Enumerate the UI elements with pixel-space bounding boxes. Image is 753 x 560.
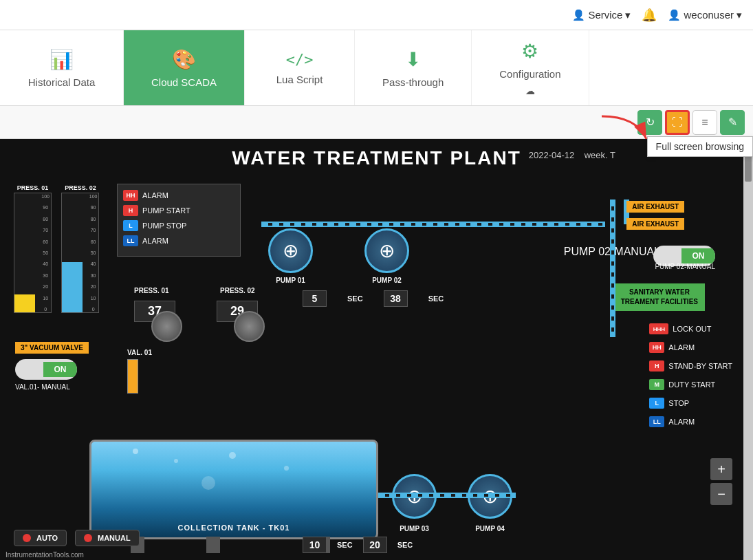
list-button[interactable]: ≡ — [692, 110, 717, 135]
notification-bell[interactable]: 🔔 — [642, 8, 657, 23]
bubble3 — [229, 452, 236, 459]
manual-button[interactable]: MANUAL — [75, 530, 140, 546]
alarm-row-h: H PUMP START — [123, 205, 234, 216]
pump02-label: PUMP 02 — [364, 277, 409, 284]
header-bar: 👤 Service ▾ 🔔 👤 weconuser ▾ — [0, 0, 753, 30]
fullscreen-icon: ⛶ — [672, 116, 683, 129]
tab-pass-through[interactable]: ⬇ Pass-through — [355, 30, 472, 105]
pump03-label: PUMP 03 — [392, 525, 437, 532]
vacuum-valve-label: 3" VACUUM VALVE — [15, 342, 89, 354]
scrollbar[interactable] — [743, 139, 753, 560]
stand-by-label: STAND-BY START — [668, 362, 732, 370]
tab-historical[interactable]: 📊 Historical Data — [0, 30, 124, 105]
instrumentation-footer: InstrumentationTools.com — [6, 551, 84, 559]
tank-stand-2 — [206, 537, 220, 553]
alarm-row-l: L PUMP STOP — [123, 220, 234, 231]
sec3-label: SEC — [337, 541, 353, 549]
val01-manual-label: VAL.01- MANUAL — [15, 383, 70, 391]
cloud-upload-icon: ☁ — [525, 85, 535, 96]
service-user-icon: 👤 — [572, 9, 585, 21]
bubble4 — [284, 466, 289, 471]
historical-icon: 📊 — [50, 48, 74, 71]
user-label: weconuser — [684, 9, 734, 21]
badge-ll: LL — [123, 235, 138, 246]
gauge-instrument-1 — [151, 311, 182, 342]
press01-mid-label: PRESS. 01 — [134, 287, 169, 294]
badge-h: H — [123, 205, 138, 216]
edit-icon: ✎ — [728, 116, 737, 129]
badge-hh: HH — [123, 190, 138, 201]
zoom-in-button[interactable]: + — [710, 458, 732, 480]
bottom-controls: AUTO MANUAL — [14, 530, 140, 546]
alarm-ll-label: ALARM — [142, 237, 168, 245]
s-alarm-label: ALARM — [668, 343, 695, 352]
pass-through-icon: ⬇ — [405, 48, 421, 71]
gauge-instrument-2 — [234, 311, 265, 342]
sec3-value: 10 — [303, 537, 327, 553]
fullscreen-button[interactable]: ⛶ — [665, 110, 690, 135]
pump01-label: PUMP 01 — [268, 277, 313, 284]
cloud-scada-icon: 🎨 — [172, 48, 196, 71]
air-exhaust-1: AIR EXHAUST — [626, 201, 684, 213]
pipe-top-horizontal — [261, 222, 605, 227]
sanitary-alarm2: LL ALARM — [649, 416, 732, 427]
refresh-icon: ↻ — [646, 116, 655, 129]
press01-gauge-label: PRESS. 01 — [14, 184, 52, 191]
zoom-out-button[interactable]: − — [710, 483, 732, 505]
sanitary-alarms: HHH LOCK OUT HH ALARM H STAND-BY START M… — [649, 323, 732, 431]
manual-label: MANUAL — [98, 534, 131, 542]
user-menu[interactable]: 👤 weconuser ▾ — [668, 9, 742, 21]
pump04-label: PUMP 04 — [468, 525, 512, 532]
tab-pass-through-label: Pass-through — [382, 76, 444, 88]
gauge2-ticks: 1009080706050403020100 — [89, 193, 98, 312]
alarm-row-hh: HH ALARM — [123, 190, 234, 201]
badge-hhh: HHH — [649, 323, 668, 334]
lock-out-label: LOCK OUT — [673, 325, 711, 333]
bubble5 — [201, 476, 215, 490]
manual-dot — [84, 534, 92, 542]
service-label: Service — [588, 9, 622, 21]
scada-inner: WATER TREATMENT PLANT 2022-04-12 week. T… — [0, 139, 753, 560]
badge-h-2: H — [649, 360, 664, 371]
configuration-icon: ⚙ — [521, 40, 538, 63]
val01-toggle[interactable]: ON — [15, 359, 77, 380]
bubble2 — [174, 459, 178, 463]
sec-bottom-row: 10 SEC 20 SEC — [303, 537, 413, 553]
scada-panel: WATER TREATMENT PLANT 2022-04-12 week. T… — [0, 139, 753, 560]
alarm-panel: HH ALARM H PUMP START L PUMP STOP LL ALA… — [117, 184, 241, 257]
collection-tank: COLLECTION TANK - TK01 — [89, 440, 378, 539]
val01-on-label: ON — [43, 362, 77, 377]
alarm-hh-label: ALARM — [142, 191, 168, 200]
scada-title: WATER TREATMENT PLANT — [232, 139, 521, 174]
tab-lua-script[interactable]: </> Lua Script — [245, 30, 355, 105]
s-alarm2-label: ALARM — [668, 418, 695, 426]
bubble1 — [133, 449, 138, 454]
auto-dot — [23, 534, 31, 542]
sanitary-standby: H STAND-BY START — [649, 360, 732, 371]
auto-button[interactable]: AUTO — [14, 530, 67, 546]
badge-ll-2: LL — [649, 416, 664, 427]
sanitary-alarm: HH ALARM — [649, 342, 732, 353]
sanitary-lockout: HHH LOCK OUT — [649, 323, 732, 334]
tab-configuration[interactable]: ⚙ Configuration ☁ — [472, 30, 589, 105]
alarm-row-ll: LL ALARM — [123, 235, 234, 246]
alarm-h-label: PUMP START — [142, 206, 190, 215]
tab-historical-label: Historical Data — [28, 76, 96, 88]
service-menu[interactable]: 👤 Service ▾ — [572, 9, 631, 21]
toggle-on-label: ON — [681, 248, 715, 263]
pump02[interactable]: ⊕ — [364, 228, 409, 273]
user-chevron-icon: ▾ — [736, 9, 742, 21]
list-icon: ≡ — [701, 116, 708, 129]
service-chevron-icon: ▾ — [625, 9, 631, 21]
toolbar-row: ↻ ⛶ ≡ ✎ Full screen browsing — [0, 106, 753, 139]
fullscreen-tooltip: Full screen browsing — [647, 136, 753, 157]
tab-cloud-scada[interactable]: 🎨 Cloud SCADA — [124, 30, 245, 105]
pump01[interactable]: ⊕ — [268, 228, 313, 273]
refresh-button[interactable]: ↻ — [637, 110, 662, 135]
pipe-right-vertical — [610, 200, 615, 337]
tooltip-text: Full screen browsing — [656, 141, 744, 152]
sanitary-stop: L STOP — [649, 398, 732, 409]
gauges-area: PRESS. 01 1009080706050403020100 PRESS. … — [14, 180, 99, 313]
edit-button[interactable]: ✎ — [720, 110, 745, 135]
val01-indicator — [127, 359, 138, 394]
